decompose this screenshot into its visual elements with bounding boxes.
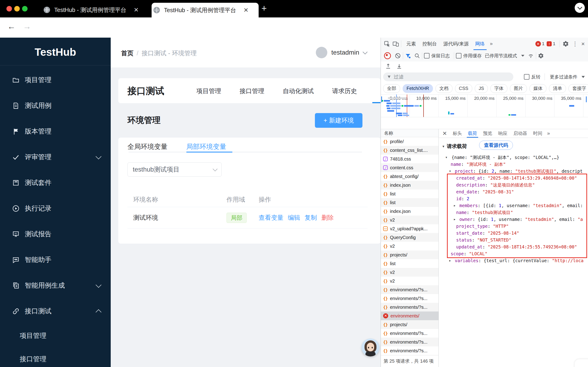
request-row[interactable]: {}environments/?s... bbox=[381, 338, 439, 346]
devtools-tab[interactable]: 控制台 bbox=[419, 38, 440, 50]
invert-filter-checkbox[interactable] bbox=[524, 74, 529, 80]
import-har-icon[interactable] bbox=[385, 63, 391, 69]
throttling-select[interactable]: 已停用节流模式 bbox=[485, 53, 517, 59]
request-row[interactable]: {}v2 bbox=[381, 216, 439, 224]
payload-line[interactable]: description: "这是项目的描述信息" bbox=[439, 181, 588, 188]
filter-chip[interactable]: 字体 bbox=[490, 84, 507, 93]
more-panels-chevrons[interactable]: » bbox=[488, 41, 494, 47]
request-row[interactable]: {}v2 bbox=[381, 242, 439, 250]
tab-close-icon[interactable]: ✕ bbox=[134, 6, 139, 14]
detail-tab[interactable]: 响应 bbox=[495, 129, 510, 138]
new-tab-button[interactable]: + bbox=[261, 3, 267, 14]
export-har-icon[interactable] bbox=[396, 63, 402, 69]
request-row[interactable]: {}abtest_config/ bbox=[381, 172, 439, 181]
request-row[interactable]: {}list bbox=[381, 259, 439, 268]
breadcrumb-home[interactable]: 首页 bbox=[121, 50, 133, 57]
filter-chip[interactable]: JS bbox=[475, 84, 488, 93]
action-link[interactable]: 复制 bbox=[304, 214, 317, 222]
collapsed-arrow-icon[interactable]: ▶ bbox=[454, 216, 456, 223]
filter-input[interactable]: 过滤 bbox=[383, 73, 513, 81]
devtools-settings-gear-icon[interactable] bbox=[562, 41, 569, 47]
payload-line[interactable]: ▶members: [{id: 1, username: "testadmin"… bbox=[439, 202, 588, 209]
request-row[interactable]: {}environments/?s... bbox=[381, 346, 439, 355]
request-row[interactable]: ✕environments/ bbox=[381, 311, 439, 320]
sidebar-item-folder[interactable]: 项目管理 bbox=[0, 67, 111, 93]
view-source-button[interactable]: 查看源代码 bbox=[479, 141, 513, 150]
create-environment-button[interactable]: + 新建环境 bbox=[315, 113, 363, 128]
expanded-arrow-icon[interactable]: ▼ bbox=[446, 154, 447, 161]
request-row[interactable]: <>v2_upload?appk... bbox=[381, 224, 439, 233]
request-table-name-header[interactable]: 名称 bbox=[381, 129, 439, 137]
request-row[interactable]: {}content_css_list.... bbox=[381, 146, 439, 155]
payload-line[interactable]: name: "testhub测试项目" bbox=[439, 209, 588, 216]
record-network-log-icon[interactable] bbox=[384, 52, 391, 59]
payload-line[interactable]: updated_at: "2025-08-18T14:25:55.749236+… bbox=[439, 243, 588, 250]
module-tab[interactable]: 项目管理 bbox=[196, 87, 221, 95]
browser-tab-active[interactable]: TestHub - 测试用例管理平台✕ bbox=[152, 3, 259, 17]
filter-chip[interactable]: 图片 bbox=[510, 84, 527, 93]
filter-chip[interactable]: 清单 bbox=[549, 84, 566, 93]
payload-line[interactable]: created_at: "2025-08-14T14:53:29.486948+… bbox=[439, 175, 588, 181]
forward-button[interactable]: → bbox=[23, 22, 31, 31]
sidebar-item-chat[interactable]: 智能助手 bbox=[0, 247, 111, 273]
sidebar-item-bookmark[interactable]: 测试套件 bbox=[0, 170, 111, 196]
detail-tab[interactable]: 启动器 bbox=[510, 129, 530, 138]
devtools-tab[interactable]: 网络 bbox=[472, 38, 488, 50]
request-row[interactable]: {}list bbox=[381, 190, 439, 198]
inspect-element-icon[interactable] bbox=[384, 40, 390, 47]
minimize-window-button[interactable] bbox=[14, 6, 20, 11]
issues-badge-icon[interactable]: ! bbox=[547, 41, 552, 46]
payload-line[interactable]: end_date: "2025-08-31" bbox=[439, 188, 588, 195]
project-select[interactable]: testhub测试项目 bbox=[128, 162, 222, 177]
maximize-window-button[interactable] bbox=[22, 6, 27, 11]
action-link[interactable]: 编辑 bbox=[288, 214, 300, 222]
request-payload-section[interactable]: ▼请求载荷 bbox=[442, 143, 467, 150]
assistant-avatar[interactable] bbox=[362, 339, 380, 357]
payload-line[interactable]: name: "测试环境 - 副本" bbox=[439, 161, 588, 168]
request-row[interactable]: ╱74818.css bbox=[381, 155, 439, 163]
sidebar-item-board[interactable]: 测试报告 bbox=[0, 221, 111, 247]
network-settings-gear-icon[interactable] bbox=[538, 53, 544, 59]
expanded-arrow-icon[interactable]: ▼ bbox=[449, 168, 451, 175]
request-row[interactable]: {}environments/?s... bbox=[381, 329, 439, 338]
network-overview-timeline[interactable]: 5,000 ms10,000 ms15,000 ms20,000 ms25,00… bbox=[381, 94, 588, 117]
payload-line[interactable]: project_type: "HTTP" bbox=[439, 223, 588, 230]
action-link[interactable]: 删除 bbox=[321, 214, 334, 222]
sidebar-item-flag[interactable]: 版本管理 bbox=[0, 119, 111, 144]
request-row[interactable]: ╱content.css bbox=[381, 163, 439, 172]
payload-line[interactable]: ▼project: {id: 2, name: "testhub测试项目", d… bbox=[439, 168, 588, 175]
tab-global-vars[interactable]: 全局环境变量 bbox=[128, 142, 167, 151]
filter-chip[interactable]: CSS bbox=[455, 84, 472, 93]
request-row[interactable]: {}index.json bbox=[381, 181, 439, 190]
request-row[interactable]: {}v2 bbox=[381, 268, 439, 277]
sidebar-item-document[interactable]: 测试用例 bbox=[0, 93, 111, 119]
tab-search-button[interactable] bbox=[575, 3, 585, 13]
sidebar-subitem[interactable]: 项目管理 bbox=[0, 324, 111, 348]
detail-tab[interactable]: 载荷 bbox=[465, 129, 480, 138]
sidebar-item-check[interactable]: 评审管理 bbox=[0, 144, 111, 170]
search-icon[interactable] bbox=[414, 53, 420, 59]
back-button[interactable]: ← bbox=[7, 22, 16, 31]
device-toolbar-icon[interactable] bbox=[392, 40, 399, 47]
devtools-close-icon[interactable]: × bbox=[581, 40, 585, 48]
request-row[interactable]: {}QueryConfig bbox=[381, 233, 439, 242]
request-row[interactable]: {}environments/?s... bbox=[381, 303, 439, 311]
request-row[interactable]: {}environments/?s... bbox=[381, 285, 439, 294]
action-link[interactable]: 查看变量 bbox=[259, 214, 284, 222]
app-logo[interactable]: TestHub bbox=[0, 46, 111, 58]
devtools-tab[interactable]: 元素 bbox=[403, 38, 419, 50]
payload-line[interactable]: ▼{name: "测试环境 - 副本", scope: "LOCAL",…} bbox=[439, 154, 588, 161]
sidebar-item-copy[interactable]: 智能用例生成 bbox=[0, 273, 111, 298]
payload-line[interactable]: ▶owner: {id: 1, username: "testadmin", e… bbox=[439, 216, 588, 223]
payload-line[interactable]: scope: "LOCAL" bbox=[439, 250, 588, 257]
overview-handle-left[interactable] bbox=[381, 96, 382, 102]
devtools-tab[interactable]: 源代码/来源 bbox=[440, 38, 472, 50]
tab-close-icon[interactable]: ✕ bbox=[243, 7, 249, 14]
detail-tab[interactable]: 时间 bbox=[530, 129, 545, 138]
filter-chip[interactable]: 全部 bbox=[383, 84, 400, 93]
detail-tab[interactable]: 预览 bbox=[480, 129, 495, 138]
module-tab[interactable]: 接口管理 bbox=[240, 87, 264, 95]
more-filters-dropdown[interactable]: 更多过滤条件 bbox=[550, 74, 578, 80]
collapsed-arrow-icon[interactable]: ▶ bbox=[449, 257, 451, 264]
payload-line[interactable]: status: "NOT_STARTED" bbox=[439, 236, 588, 243]
